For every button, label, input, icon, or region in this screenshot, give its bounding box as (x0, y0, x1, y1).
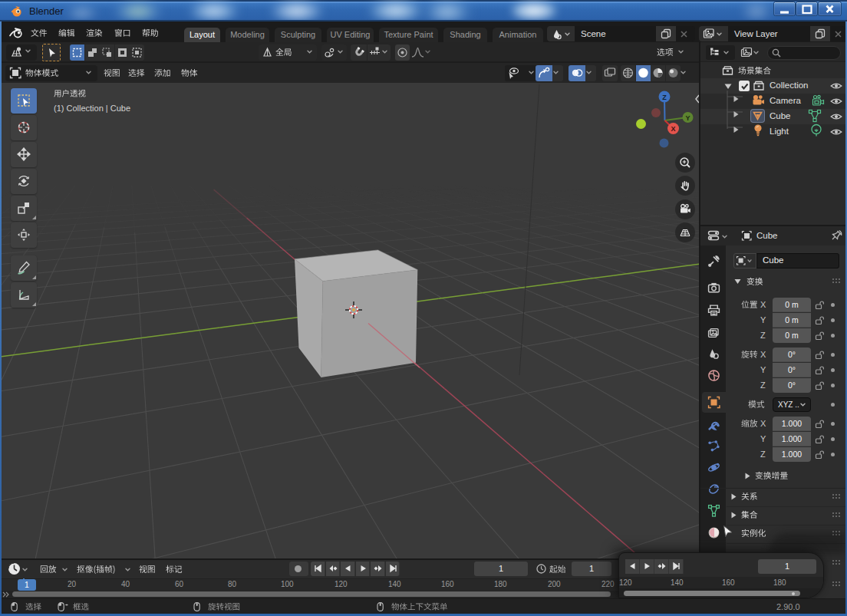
svg-text:Z: Z (662, 94, 667, 101)
svg-text:Y: Y (685, 114, 690, 122)
svg-text:X: X (671, 125, 675, 133)
